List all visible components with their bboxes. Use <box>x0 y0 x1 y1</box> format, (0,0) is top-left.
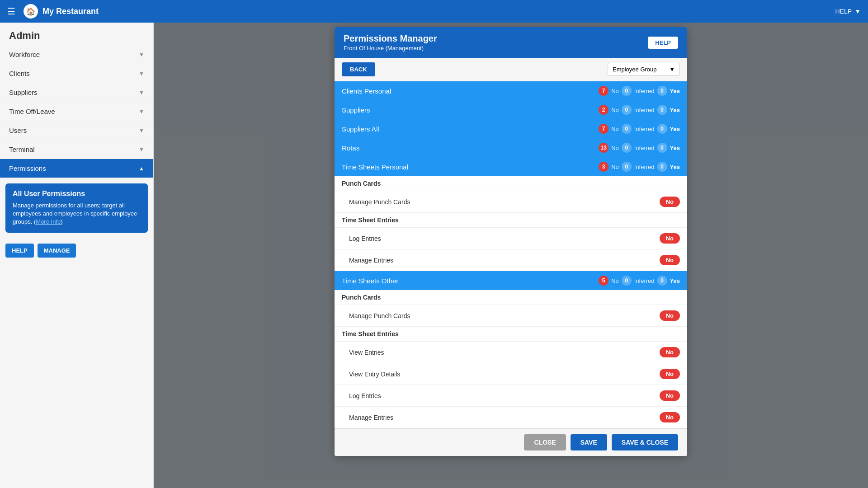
inferred-count-badge: 0 <box>622 105 632 115</box>
inferred-label: Inferred <box>634 277 655 284</box>
yes-count-badge: 0 <box>657 143 667 153</box>
category-counts: 3 No 0 Inferred 0 Yes <box>599 162 680 172</box>
no-label: No <box>611 164 619 170</box>
category-name: Suppliers All <box>342 125 379 133</box>
perm-item-name: Log Entries <box>349 392 381 399</box>
perm-item-manage-entries-other: Manage Entries No <box>335 407 687 428</box>
perm-category-suppliers[interactable]: Suppliers 2 No 0 Inferred 0 Yes <box>335 100 687 119</box>
perm-category-clients-personal[interactable]: Clients Personal 7 No 0 Inferred 0 Yes <box>335 81 687 100</box>
sidebar-item-label: Suppliers <box>9 89 38 96</box>
no-count-badge: 13 <box>599 143 609 153</box>
no-badge[interactable]: No <box>660 310 680 321</box>
sidebar-card-title: All User Permissions <box>13 190 141 198</box>
perm-item-name: Manage Punch Cards <box>349 312 410 319</box>
category-name: Time Sheets Personal <box>342 163 408 171</box>
yes-label: Yes <box>670 107 680 113</box>
app-title: My Restaurant <box>42 7 99 16</box>
perm-item-name: Manage Punch Cards <box>349 198 410 206</box>
no-badge[interactable]: No <box>660 347 680 357</box>
close-button[interactable]: CLOSE <box>524 434 566 450</box>
no-badge[interactable]: No <box>660 255 680 265</box>
chevron-down-icon: ▼ <box>139 108 144 115</box>
time-sheet-entries-header: Time Sheet Entries <box>335 213 687 228</box>
perm-item-name: View Entries <box>349 349 384 356</box>
perm-item-view-entries: View Entries No <box>335 342 687 363</box>
sidebar-item-users[interactable]: Users ▼ <box>0 121 153 140</box>
modal-footer: CLOSE SAVE SAVE & CLOSE <box>335 428 687 456</box>
perm-item-name: Log Entries <box>349 235 381 242</box>
yes-label: Yes <box>670 145 680 151</box>
perm-item-manage-entries-personal: Manage Entries No <box>335 249 687 271</box>
top-nav-help[interactable]: HELP ▼ <box>835 8 861 15</box>
yes-count-badge: 0 <box>657 276 667 286</box>
sidebar-help-button[interactable]: HELP <box>5 244 34 258</box>
no-badge[interactable]: No <box>660 233 680 244</box>
top-nav: ☰ 🏠 My Restaurant HELP ▼ <box>0 0 868 23</box>
employee-group-label: Employee Group <box>613 66 657 73</box>
no-label: No <box>611 88 619 94</box>
no-label: No <box>611 126 619 132</box>
inferred-count-badge: 0 <box>622 124 632 134</box>
sidebar-item-label: Permissions <box>9 164 46 172</box>
inferred-count-badge: 0 <box>622 86 632 96</box>
perm-item-name: Manage Entries <box>349 257 393 264</box>
yes-count-badge: 0 <box>657 105 667 115</box>
sidebar-item-clients[interactable]: Clients ▼ <box>0 64 153 83</box>
modal-help-button[interactable]: HELP <box>648 37 678 49</box>
save-and-close-button[interactable]: SAVE & CLOSE <box>612 434 678 450</box>
perm-item-name: View Entry Details <box>349 371 400 378</box>
chevron-down-icon: ▼ <box>139 127 144 134</box>
no-count-badge: 7 <box>599 124 609 134</box>
perm-item-log-entries-other: Log Entries No <box>335 385 687 407</box>
top-nav-help-label: HELP <box>835 8 852 15</box>
modal-subtitle: Front Of House (Management) <box>344 45 437 52</box>
dropdown-chevron-icon: ▼ <box>669 66 675 73</box>
employee-group-select[interactable]: Employee Group ▼ <box>608 63 680 76</box>
inferred-label: Inferred <box>634 88 655 94</box>
perm-item-manage-punch-cards-other: Manage Punch Cards No <box>335 305 687 327</box>
category-counts: 5 No 0 Inferred 0 Yes <box>599 276 680 286</box>
sidebar-item-suppliers[interactable]: Suppliers ▼ <box>0 83 153 102</box>
punch-cards-other-header: Punch Cards <box>335 290 687 305</box>
modal-body: Clients Personal 7 No 0 Inferred 0 Yes S… <box>335 81 687 428</box>
yes-label: Yes <box>670 277 680 284</box>
more-info-link[interactable]: More Info <box>36 218 61 225</box>
yes-label: Yes <box>670 126 680 132</box>
sidebar-card-desc: Manage permissions for all users; target… <box>13 202 141 226</box>
yes-label: Yes <box>670 164 680 170</box>
no-count-badge: 5 <box>599 276 609 286</box>
no-badge[interactable]: No <box>660 412 680 422</box>
hamburger-icon[interactable]: ☰ <box>7 6 15 17</box>
no-badge[interactable]: No <box>660 197 680 207</box>
perm-category-suppliers-all[interactable]: Suppliers All 7 No 0 Inferred 0 Yes <box>335 119 687 138</box>
no-count-badge: 3 <box>599 162 609 172</box>
sidebar-admin-header: Admin <box>0 23 153 45</box>
modal-title: Permissions Manager <box>344 33 437 44</box>
yes-label: Yes <box>670 88 680 94</box>
perm-category-time-sheets-other[interactable]: Time Sheets Other 5 No 0 Inferred 0 Yes <box>335 271 687 290</box>
sidebar-manage-button[interactable]: MANAGE <box>38 244 76 258</box>
category-name: Clients Personal <box>342 87 391 95</box>
category-counts: 2 No 0 Inferred 0 Yes <box>599 105 680 115</box>
yes-count-badge: 0 <box>657 124 667 134</box>
save-button[interactable]: SAVE <box>571 434 607 450</box>
perm-category-time-sheets-personal[interactable]: Time Sheets Personal 3 No 0 Inferred 0 Y… <box>335 157 687 176</box>
perm-category-rotas[interactable]: Rotas 13 No 0 Inferred 0 Yes <box>335 138 687 157</box>
no-count-badge: 7 <box>599 86 609 96</box>
back-button[interactable]: BACK <box>342 62 375 76</box>
chevron-down-icon: ▼ <box>139 89 144 96</box>
category-counts: 7 No 0 Inferred 0 Yes <box>599 86 680 96</box>
sidebar-item-permissions[interactable]: Permissions ▲ <box>0 159 153 178</box>
sidebar-item-terminal[interactable]: Terminal ▼ <box>0 140 153 159</box>
no-badge[interactable]: No <box>660 369 680 379</box>
sidebar-item-workforce[interactable]: Workforce ▼ <box>0 45 153 64</box>
sidebar-item-timeoff[interactable]: Time Off/Leave ▼ <box>0 102 153 121</box>
category-name: Rotas <box>342 144 359 152</box>
perm-item-manage-punch-cards: Manage Punch Cards No <box>335 191 687 213</box>
sidebar-card-buttons: HELP MANAGE <box>0 238 153 263</box>
no-badge[interactable]: No <box>660 390 680 401</box>
inferred-count-badge: 0 <box>622 162 632 172</box>
category-name: Suppliers <box>342 106 370 114</box>
sidebar-permissions-card: All User Permissions Manage permissions … <box>5 183 148 233</box>
inferred-count-badge: 0 <box>622 276 632 286</box>
